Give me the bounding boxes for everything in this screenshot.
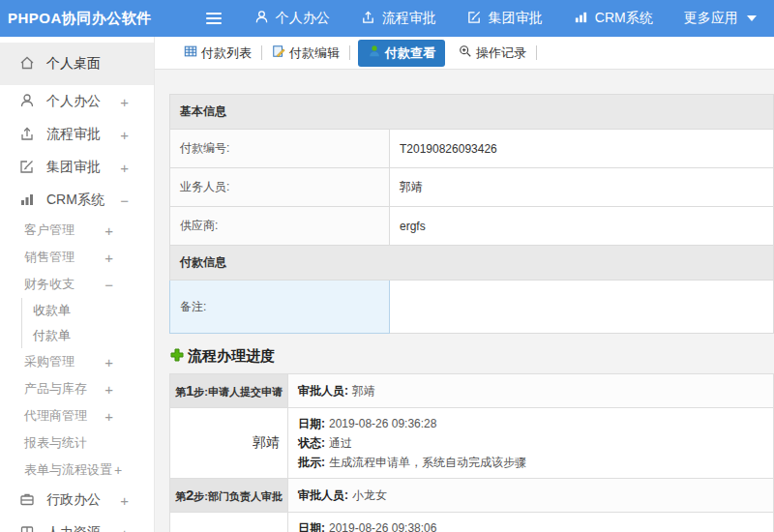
supplier-value: ergfs: [390, 207, 774, 246]
table-row: 业务人员: 郭靖: [170, 168, 774, 207]
approver-label: 审批人员:: [298, 488, 348, 502]
edit-icon: [467, 10, 482, 27]
sidebar-item-agent-mgmt[interactable]: 代理商管理 +: [0, 402, 154, 429]
basic-info-title: 基本信息: [170, 95, 774, 130]
expand-toggle[interactable]: +: [104, 222, 113, 239]
collapse-toggle[interactable]: −: [120, 192, 129, 209]
sidebar-item-label: 财务收支: [24, 276, 74, 293]
workflow-icon: [19, 126, 35, 144]
main-panel: 基本信息 付款编号: T20190826093426 业务人员: 郭靖 供应商:…: [155, 70, 774, 532]
detail-comment-line: 批示:生成流程申请单，系统自动完成该步骤: [298, 453, 763, 472]
tab-payment-edit[interactable]: 付款编辑: [264, 41, 347, 66]
nav-group-approval[interactable]: 集团审批: [467, 10, 543, 27]
step-detail-row: 小龙女 日期:2019-08-26 09:38:06 状态:通过 批示:通过: [170, 513, 774, 532]
tab-operation-log[interactable]: 操作记录: [451, 41, 534, 66]
progress-title-text: 流程办理进度: [188, 347, 275, 366]
nav-label: 流程审批: [382, 10, 436, 27]
sidebar-item-product-inventory[interactable]: 产品与库存 +: [0, 375, 154, 402]
progress-table: 第1步:申请人提交申请 审批人员:郭靖 郭靖 日期:2019-08-26 09:…: [169, 373, 774, 532]
nav-label: 个人办公: [276, 10, 330, 27]
step-1-label: 第1步:申请人提交申请: [170, 374, 288, 408]
remark-label: 备注:: [170, 281, 390, 334]
sidebar-item-label: 收款单: [33, 302, 71, 319]
progress-section-title: 流程办理进度: [169, 347, 774, 366]
remark-value: [390, 281, 774, 334]
step-1-approver: 审批人员:郭靖: [288, 374, 774, 408]
sidebar-item-crm[interactable]: CRM系统 −: [0, 184, 154, 217]
step-2-detail: 日期:2019-08-26 09:38:06 状态:通过 批示:通过: [288, 513, 774, 532]
sidebar-item-receipt-order[interactable]: 收款单: [21, 298, 154, 323]
home-icon: [19, 55, 35, 74]
step-2-approver: 审批人员:小龙女: [288, 479, 774, 513]
plus-icon: [169, 347, 185, 366]
edit-icon: [19, 159, 35, 177]
workflow-icon: [361, 10, 375, 27]
supplier-label: 供应商:: [170, 207, 390, 246]
nav-crm[interactable]: CRM系统: [574, 10, 653, 27]
expand-toggle[interactable]: +: [104, 381, 113, 398]
nav-label: 更多应用: [684, 10, 738, 27]
top-bar: PHPOA协同办公软件 个人办公 流程审批 集团审批 CRM系统: [0, 0, 774, 37]
expand-toggle[interactable]: +: [120, 492, 129, 509]
nav-workflow-approval[interactable]: 流程审批: [361, 10, 436, 27]
sidebar-item-workflow-approval[interactable]: 流程审批 +: [0, 118, 154, 151]
sidebar-item-label: 客户管理: [24, 222, 74, 239]
nav-more-apps[interactable]: 更多应用: [684, 10, 757, 27]
user-icon: [254, 10, 269, 27]
step-1-detail: 日期:2019-08-26 09:36:28 状态:通过 批示:生成流程申请单，…: [288, 408, 774, 479]
approver-label: 审批人员:: [298, 384, 348, 398]
sidebar-item-label: 代理商管理: [24, 407, 87, 425]
tab-payment-list[interactable]: 付款列表: [176, 41, 259, 66]
sidebar-item-customer-mgmt[interactable]: 客户管理 +: [0, 217, 154, 244]
step-2-approver-name-cell: 小龙女: [170, 513, 288, 532]
sidebar-item-personal-desktop[interactable]: 个人桌面: [0, 43, 154, 85]
table-row: 备注:: [170, 281, 774, 334]
sidebar-item-label: 采购管理: [24, 353, 74, 370]
table-icon: [184, 44, 197, 61]
tab-label: 付款编辑: [289, 44, 340, 62]
step-1-approver-name-cell: 郭靖: [170, 408, 288, 479]
expand-toggle[interactable]: +: [120, 127, 129, 143]
expand-toggle[interactable]: +: [120, 160, 129, 176]
sidebar-item-label: 行政办公: [46, 491, 101, 509]
sidebar-item-form-flow-settings[interactable]: 表单与流程设置 +: [0, 457, 154, 484]
tab-label: 付款查看: [385, 44, 435, 62]
payment-info-title: 付款信息: [170, 246, 774, 281]
expand-toggle[interactable]: +: [114, 462, 122, 478]
sidebar-item-admin-office[interactable]: 行政办公 +: [0, 484, 154, 517]
collapse-toggle[interactable]: −: [104, 277, 113, 293]
tab-bar: 付款列表 付款编辑 付款查看 操作记录: [155, 37, 774, 70]
nav-personal-office[interactable]: 个人办公: [254, 10, 330, 27]
sidebar-item-group-approval[interactable]: 集团审批 +: [0, 151, 154, 184]
sidebar-item-label: CRM系统: [46, 192, 104, 209]
expand-toggle[interactable]: +: [120, 94, 129, 110]
tab-payment-view[interactable]: 付款查看: [358, 40, 445, 67]
app-title: PHPOA协同办公软件: [8, 10, 152, 28]
detail-status-line: 状态:通过: [298, 433, 763, 453]
table-row: 付款编号: T20190826093426: [170, 130, 774, 168]
sidebar-item-label: 人力资源: [46, 524, 101, 532]
user-icon: [19, 93, 35, 111]
expand-toggle[interactable]: +: [104, 250, 113, 266]
expand-toggle[interactable]: +: [104, 354, 113, 370]
sidebar-item-finance[interactable]: 财务收支 −: [0, 271, 154, 298]
tab-label: 操作记录: [476, 44, 526, 62]
business-person-value: 郭靖: [390, 168, 774, 207]
sidebar-item-sales-mgmt[interactable]: 销售管理 +: [0, 244, 154, 271]
sidebar-item-personal-office[interactable]: 个人办公 +: [0, 85, 154, 118]
caret-down-icon: [747, 15, 757, 21]
section-header-row: 基本信息: [170, 95, 774, 130]
expand-toggle[interactable]: +: [104, 408, 113, 425]
expand-toggle[interactable]: +: [120, 525, 129, 532]
step-header-row: 第2步:部门负责人审批 审批人员:小龙女: [170, 479, 774, 513]
sidebar-item-human-resources[interactable]: 人力资源 +: [0, 517, 154, 532]
hamburger-menu-icon[interactable]: [206, 13, 222, 24]
sidebar-item-label: 集团审批: [46, 159, 101, 176]
sidebar-item-reports-stats[interactable]: 报表与统计: [0, 429, 154, 457]
sidebar-item-label: 销售管理: [24, 249, 74, 266]
payment-info-table: 基本信息 付款编号: T20190826093426 业务人员: 郭靖 供应商:…: [169, 94, 774, 334]
sidebar-item-purchase-mgmt[interactable]: 采购管理 +: [0, 348, 154, 375]
magnifier-icon: [459, 44, 472, 61]
bar-chart-icon: [19, 192, 35, 210]
sidebar-item-payment-order[interactable]: 付款单: [21, 323, 154, 348]
